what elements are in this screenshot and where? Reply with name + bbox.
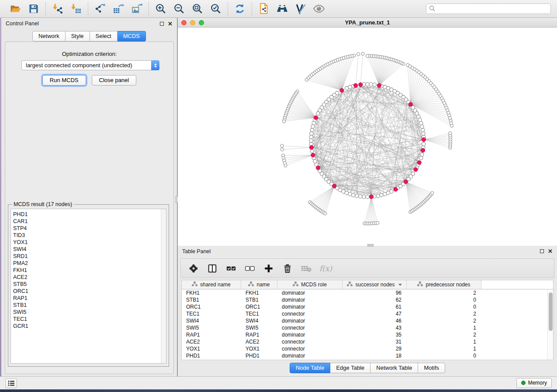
graph-node[interactable] xyxy=(309,139,313,142)
graph-node[interactable] xyxy=(373,83,376,86)
graph-node[interactable] xyxy=(408,102,412,106)
mcds-result-item[interactable]: PHD1 xyxy=(13,211,166,218)
float-table-panel-icon[interactable] xyxy=(540,249,544,253)
deselect-all-icon[interactable] xyxy=(244,263,256,274)
mcds-result-item[interactable]: STP4 xyxy=(13,225,166,232)
tab-style[interactable]: Style xyxy=(66,31,90,41)
task-history-button[interactable] xyxy=(5,378,17,388)
export-image-icon[interactable] xyxy=(131,3,143,15)
tab-edge-table[interactable]: Edge Table xyxy=(330,363,370,373)
graph-node[interactable] xyxy=(316,112,320,115)
table-row[interactable]: PHD1PHD1dominator180 xyxy=(182,352,553,359)
graph-node[interactable] xyxy=(310,128,314,132)
graph-node[interactable] xyxy=(422,138,426,141)
graph-node[interactable] xyxy=(355,194,359,198)
column-header-name[interactable]: name xyxy=(241,280,277,289)
graph-node[interactable] xyxy=(376,194,380,198)
apply-style-icon[interactable] xyxy=(294,3,307,15)
tab-network-table[interactable]: Network Table xyxy=(370,363,418,373)
graph-node[interactable] xyxy=(312,121,315,125)
close-window-icon[interactable] xyxy=(181,20,187,25)
graph-node[interactable] xyxy=(282,120,285,123)
zoom-out-icon[interactable] xyxy=(173,3,185,15)
maximize-window-icon[interactable] xyxy=(199,20,204,25)
zoom-in-icon[interactable] xyxy=(155,3,167,15)
graph-node[interactable] xyxy=(390,190,393,193)
graph-node[interactable] xyxy=(332,184,336,188)
mcds-result-item[interactable]: SRD1 xyxy=(13,253,166,260)
table-row[interactable]: ACE2ACE2connector311 xyxy=(182,338,553,345)
mcds-result-item[interactable]: SWI4 xyxy=(13,246,166,253)
table-row[interactable]: TEC1TEC1connector472 xyxy=(182,310,553,317)
search-input[interactable] xyxy=(426,3,551,14)
zoom-selected-icon[interactable] xyxy=(210,3,222,15)
table-row[interactable]: SWI5SWI5connector431 xyxy=(182,324,553,331)
float-panel-icon[interactable] xyxy=(160,22,164,26)
graph-node[interactable] xyxy=(422,132,425,135)
graph-node[interactable] xyxy=(419,156,422,160)
graph-node[interactable] xyxy=(357,52,360,55)
graph-node[interactable] xyxy=(366,195,369,199)
tab-motifs[interactable]: Motifs xyxy=(418,363,445,373)
graph-node[interactable] xyxy=(316,166,320,170)
graph-node[interactable] xyxy=(359,83,363,86)
column-header-mcds-role[interactable]: MCDS role xyxy=(277,280,343,289)
graph-node[interactable] xyxy=(369,83,373,86)
mcds-result-item[interactable]: CAR1 xyxy=(13,218,166,225)
graph-node[interactable] xyxy=(284,164,287,167)
search-objects-icon[interactable] xyxy=(276,3,288,15)
mcds-result-item[interactable]: PMA2 xyxy=(13,260,166,267)
graph-node[interactable] xyxy=(280,148,284,151)
graph-node[interactable] xyxy=(362,195,366,199)
mcds-result-item[interactable]: SWI5 xyxy=(13,309,166,316)
run-mcds-button[interactable]: Run MCDS xyxy=(42,75,86,86)
graph-node[interactable] xyxy=(359,195,362,198)
graph-node[interactable] xyxy=(280,144,284,147)
graph-node[interactable] xyxy=(348,192,352,196)
save-session-icon[interactable] xyxy=(28,3,40,15)
mcds-result-item[interactable]: TEC1 xyxy=(13,316,166,323)
table-row[interactable]: YOX1YOX1connector291 xyxy=(182,345,553,352)
graph-node[interactable] xyxy=(449,132,452,135)
graph-node[interactable] xyxy=(311,153,315,157)
graph-node[interactable] xyxy=(404,180,408,184)
show-columns-icon[interactable] xyxy=(207,263,218,274)
graph-node[interactable] xyxy=(422,142,426,146)
mcds-result-item[interactable]: YOX1 xyxy=(13,239,166,246)
graph-node[interactable] xyxy=(369,195,373,199)
select-all-icon[interactable] xyxy=(225,263,237,274)
graph-node[interactable] xyxy=(366,83,369,86)
graph-node[interactable] xyxy=(309,145,313,149)
graph-node[interactable] xyxy=(380,193,383,197)
network-canvas[interactable] xyxy=(178,28,557,246)
graph-node[interactable] xyxy=(310,132,313,135)
mcds-result-item[interactable]: ACE2 xyxy=(13,274,166,281)
tab-select[interactable]: Select xyxy=(90,31,118,41)
graph-node[interactable] xyxy=(340,88,344,92)
column-header-successor-nodes[interactable]: successor nodes xyxy=(343,280,407,289)
mcds-result-item[interactable]: STB1 xyxy=(13,302,166,309)
memory-button[interactable]: Memory xyxy=(516,378,552,388)
graph-node[interactable] xyxy=(309,135,313,139)
close-table-panel-icon[interactable]: ✕ xyxy=(548,249,553,253)
mcds-result-item[interactable]: FKH1 xyxy=(13,267,166,274)
graph-node[interactable] xyxy=(311,125,315,128)
graph-node[interactable] xyxy=(305,78,308,81)
mcds-result-item[interactable]: RAP1 xyxy=(13,295,166,302)
graph-node[interactable] xyxy=(417,161,421,165)
graph-node[interactable] xyxy=(431,192,434,195)
mcds-result-item[interactable]: STB5 xyxy=(13,281,166,288)
graph-node[interactable] xyxy=(377,83,381,87)
import-table-icon[interactable] xyxy=(70,3,82,15)
graph-node[interactable] xyxy=(352,193,355,197)
delete-column-icon[interactable] xyxy=(282,263,293,274)
graph-node[interactable] xyxy=(324,212,327,215)
table-row[interactable]: FKH1FKH1dominator962 xyxy=(182,289,553,296)
export-table-icon[interactable] xyxy=(112,3,125,15)
mcds-result-item[interactable]: ORC1 xyxy=(13,288,166,295)
graph-node[interactable] xyxy=(420,153,424,156)
graph-node[interactable] xyxy=(421,128,425,132)
open-network-file-icon[interactable] xyxy=(258,3,270,15)
table-scrollbar-thumb[interactable] xyxy=(549,292,553,331)
zoom-fit-icon[interactable] xyxy=(191,3,204,15)
